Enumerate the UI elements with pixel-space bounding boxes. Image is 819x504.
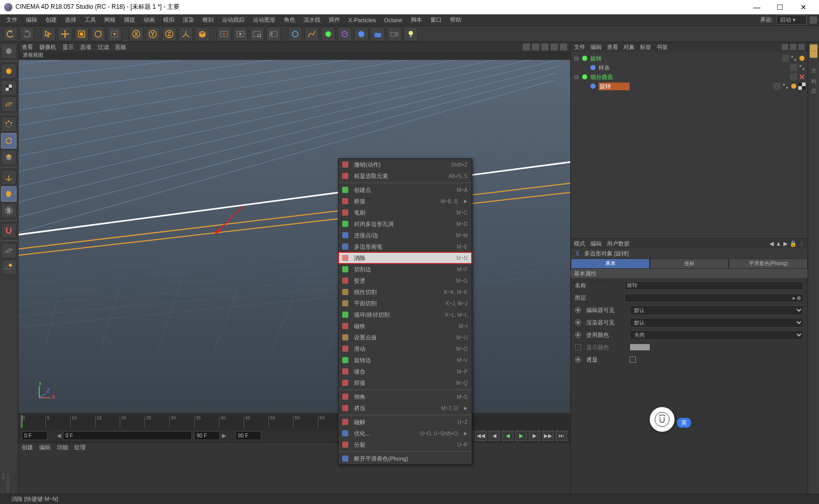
ctx-extrude[interactable]: 挤压M~T, D▶ [339,402,472,414]
edge-mode[interactable] [1,133,17,149]
vp-nav-icon[interactable] [523,43,530,51]
maximize-button[interactable]: ☐ [768,0,792,14]
play-backward[interactable]: ◀ [502,431,513,441]
tag-vis-dot[interactable] [790,55,797,62]
workplane-snap[interactable] [1,243,17,258]
move-tool[interactable] [58,27,72,41]
vp-menu-过滤[interactable]: 过滤 [98,43,109,51]
z-axis-lock[interactable]: Z [162,27,176,41]
ctx-pt[interactable]: 创建点M~A [339,184,472,196]
nav-menu-icon[interactable]: ⋮ [799,240,805,247]
menu-创建[interactable]: 创建 [41,14,61,25]
attr-menu-模式[interactable]: 模式 [574,240,585,248]
ctx-iron[interactable]: 熨烫M~G [339,275,472,286]
ctx-bridge[interactable]: 桥接M~B, B▶ [339,196,472,207]
tag-vis[interactable] [790,73,797,80]
generator[interactable] [321,27,335,41]
ctx-polypen[interactable]: 多边形画笔M~E [339,241,472,252]
bp-menu-纹理[interactable]: 纹理 [74,444,86,451]
ctx-brush[interactable]: 笔刷M~C [339,207,472,218]
tab-phong[interactable]: 平滑着色(Phong) [729,258,808,269]
menu-角色[interactable]: 角色 [280,14,299,25]
tag-checker[interactable] [798,83,806,90]
menu-选择[interactable]: 选择 [61,14,81,25]
spline-pen[interactable] [304,27,319,41]
obj-name[interactable]: 旋转 [590,55,621,62]
menu-渲染[interactable]: 渲染 [179,14,198,25]
tag-vis-dot[interactable] [782,83,789,90]
layout-select[interactable]: 启动 ▾ [776,15,807,25]
obj-menu-文件[interactable]: 文件 [574,43,585,51]
ctx-frame[interactable]: 框显选取元素Alt+S, S [339,170,472,182]
bp-menu-编辑[interactable]: 编辑 [39,444,51,451]
filter-icon[interactable] [790,44,796,50]
bp-menu-功能[interactable]: 功能 [57,444,68,451]
obj-menu-对象[interactable]: 对象 [623,43,635,51]
undo-button[interactable] [3,27,18,41]
floor[interactable] [371,27,385,41]
render-pv[interactable] [233,27,248,41]
menu-雕刻[interactable]: 雕刻 [198,14,218,25]
vp-nav-icon[interactable] [551,43,558,51]
minimize-button[interactable]: — [745,0,768,14]
obj-row[interactable]: 旋转 [573,82,806,91]
render-queue[interactable] [266,27,281,41]
prev-key[interactable]: ◀◀ [475,431,487,441]
coord-system[interactable] [179,27,193,41]
menu-帮助[interactable]: 帮助 [446,14,465,25]
ctx-connect[interactable]: 连接点/边M~M [339,230,472,241]
nav-lock-icon[interactable]: 🔒 [790,240,797,247]
menu-运动图形[interactable]: 运动图形 [249,14,280,25]
xray-radio[interactable] [575,356,581,363]
menu-文件[interactable]: 文件 [2,14,22,25]
workplane-lock[interactable] [1,259,17,275]
bp-menu-创建[interactable]: 创建 [22,444,33,451]
obj-row[interactable]: 样条 [573,63,806,72]
environment[interactable] [354,27,368,41]
menu-窗口[interactable]: 窗口 [426,14,446,25]
expand-toggle[interactable]: ⊟ [573,74,579,80]
ctx-weld[interactable]: 焊接M~Q [339,377,472,388]
ctx-cut-edge[interactable]: 切割边M~F [339,264,472,275]
ctx-dissolve[interactable]: 消除M~N [339,252,472,264]
vp-menu-选项[interactable]: 选项 [80,43,91,51]
menu-运动跟踪[interactable]: 运动跟踪 [218,14,249,25]
camera[interactable] [387,27,402,41]
ctx-stitch[interactable]: 缝合M~P [339,366,472,377]
menu-脚本[interactable]: 脚本 [407,14,426,25]
object-tree[interactable]: ⊟旋转样条⊟细分曲面旋转 [571,52,808,238]
texture-mode[interactable] [1,80,17,95]
menu-流水线[interactable]: 流水线 [299,14,325,25]
use-color-select[interactable]: 关闭 [630,330,804,340]
tweak-mode[interactable] [1,186,17,202]
ctx-melt[interactable]: 融解U~Z [339,416,472,428]
menu-模拟[interactable]: 模拟 [159,14,179,25]
ctx-set-pt[interactable]: 设置点值M~U [339,332,472,343]
close-button[interactable]: ✕ [792,0,815,14]
frame-start-input[interactable] [22,431,47,440]
vtab-2[interactable]: 次 [809,60,818,68]
ime-badge[interactable]: 英 [677,418,691,428]
view-icon[interactable] [798,44,805,50]
ctx-spin[interactable]: 旋转边M~V [339,354,472,366]
vp-nav-icon[interactable] [560,43,567,51]
layout-icon[interactable] [810,17,817,24]
render-view[interactable] [217,27,231,41]
y-axis-lock[interactable]: Y [146,27,160,41]
vp-nav-icon[interactable] [532,43,539,51]
tag-vis-dot[interactable] [798,64,806,71]
null-object[interactable] [288,27,302,41]
menu-Octane[interactable]: Octane [380,15,406,25]
axis-mode[interactable] [1,170,17,185]
float-badge[interactable] [650,407,675,432]
attr-menu-编辑[interactable]: 编辑 [590,240,602,248]
ctx-optimize[interactable]: 优化...U~O, U~Shift+O▶ [339,428,472,439]
ctx-split[interactable]: 分裂U~P [339,439,472,450]
vtab-3[interactable]: 构 [809,70,818,78]
model-mode[interactable] [1,63,17,79]
obj-row[interactable]: ⊟细分曲面 [573,72,806,82]
recent-tool[interactable] [107,27,122,41]
nav-fwd-icon[interactable]: ▶ [783,240,788,247]
prev-frame[interactable]: ◀ [489,431,500,441]
expand-toggle[interactable]: ⊟ [573,55,579,62]
